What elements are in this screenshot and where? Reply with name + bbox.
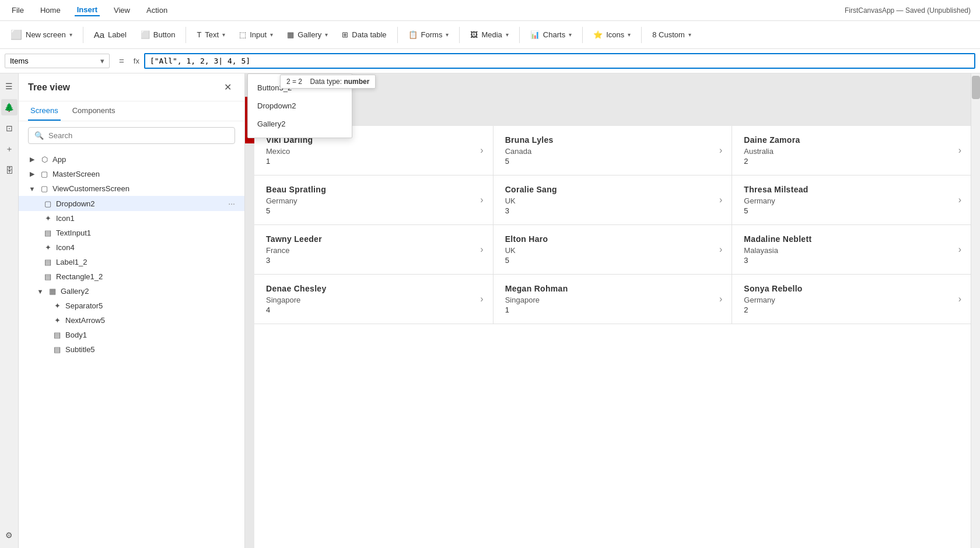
scrollbar[interactable]: [971, 73, 980, 548]
tree-item-label: Dropdown2: [56, 199, 225, 208]
sidebar-layers-icon[interactable]: ⊡: [1, 120, 18, 136]
toolbar-sep-2: [186, 27, 186, 43]
sidebar-menu-icon[interactable]: ☰: [1, 78, 18, 94]
formula-fx-label: fx: [134, 57, 139, 65]
input-button[interactable]: ⬚ Input ▾: [233, 27, 279, 43]
chevron-down-icon: ▼: [28, 185, 36, 192]
gallery-cell[interactable]: Megan Rohman Singapore 1 ›: [494, 275, 733, 324]
gallery-country: Malayasia: [744, 246, 959, 255]
tree-item-textinput1[interactable]: ▤ TextInput1: [19, 226, 244, 240]
formula-dropdown-label: Items: [10, 57, 29, 65]
gallery-cell[interactable]: Elton Haro UK 5 ›: [494, 225, 733, 274]
icons-button[interactable]: ⭐ Icons ▾: [587, 27, 636, 43]
gallery-cell[interactable]: Sonya Rebello Germany 2 ›: [732, 275, 971, 324]
menu-insert[interactable]: Insert: [75, 4, 100, 16]
chevron-right-icon: ›: [719, 244, 722, 255]
gallery-country: Australia: [744, 147, 959, 156]
gallery-country: Canada: [505, 147, 720, 156]
formula-dropdown[interactable]: Items ▾: [5, 54, 110, 68]
tree-item-label1-2[interactable]: ▤ Label1_2: [19, 255, 244, 269]
tree-item-viewcustomers[interactable]: ▼ ▢ ViewCustomersScreen: [19, 181, 244, 196]
gallery-button[interactable]: ▦ Gallery ▾: [281, 27, 334, 43]
body-icon: ▤: [52, 331, 62, 339]
gallery-name: Daine Zamora: [744, 135, 959, 145]
text-caret: ▾: [222, 31, 225, 38]
gallery-name: Beau Spratling: [266, 185, 481, 194]
media-button[interactable]: 🖼 Media ▾: [464, 27, 514, 43]
formula-input[interactable]: [144, 53, 975, 69]
menu-home[interactable]: Home: [38, 5, 63, 16]
tree-item-body1[interactable]: ▤ Body1: [19, 328, 244, 342]
gallery-country: UK: [505, 246, 720, 255]
tree-search-box[interactable]: 🔍: [28, 127, 235, 144]
tree-close-button[interactable]: ✕: [220, 80, 235, 94]
dropdown-icon: ▢: [43, 199, 52, 208]
sidebar-settings-icon[interactable]: ⚙: [1, 527, 18, 543]
search-input[interactable]: [48, 131, 229, 140]
text-button[interactable]: T Text ▾: [191, 27, 231, 43]
tree-item-nextarrow5[interactable]: ✦ NextArrow5: [19, 313, 244, 328]
tree-item-dropdown2[interactable]: ▢ Dropdown2 ···: [19, 196, 244, 211]
toolbar-sep-4: [459, 27, 460, 43]
sidebar-tree-icon[interactable]: 🌲: [1, 99, 18, 115]
tree-item-label: ViewCustomersScreen: [52, 184, 235, 193]
gallery-country: Germany: [266, 196, 481, 205]
gallery-container: Viki Darling Mexico 1 › Bruna Lyles Cana…: [254, 126, 971, 548]
gallery-cell[interactable]: Tawny Leeder France 3 ›: [254, 225, 494, 274]
toolbar-sep-1: [83, 27, 83, 43]
toolbar: ⬜ New screen ▾ Aa Label ⬜ Button T Text …: [0, 21, 980, 49]
gallery-country: Singapore: [505, 296, 720, 304]
tree-item-icon4[interactable]: ✦ Icon4: [19, 240, 244, 255]
gallery-cell[interactable]: Coralie Sang UK 3 ›: [494, 175, 733, 224]
chevron-right-icon: ›: [480, 145, 483, 156]
tree-item-icon1[interactable]: ✦ Icon1: [19, 211, 244, 226]
gallery-caret: ▾: [325, 31, 328, 38]
charts-button[interactable]: 📊 Charts ▾: [524, 27, 578, 43]
gallery-cell[interactable]: Denae Chesley Singapore 4 ›: [254, 275, 494, 324]
gallery-name: Megan Rohman: [505, 284, 720, 293]
new-screen-button[interactable]: ⬜ New screen ▾: [5, 26, 78, 44]
input-label: Input: [250, 30, 267, 39]
gallery-cell[interactable]: Madaline Neblett Malayasia 3 ›: [732, 225, 971, 274]
tree-item-subtitle5[interactable]: ▤ Subtitle5: [19, 342, 244, 357]
gallery-cell[interactable]: Thresa Milstead Germany 5 ›: [732, 175, 971, 224]
tree-item-gallery2[interactable]: ▼ ▦ Gallery2: [19, 284, 244, 298]
label-button[interactable]: Aa Label: [88, 26, 132, 43]
dropdown-item-dropdown2[interactable]: Dropdown2: [248, 97, 352, 115]
icon-icon: ✦: [43, 214, 52, 223]
gallery-label: Gallery: [298, 30, 321, 39]
gallery-cell[interactable]: Beau Spratling Germany 5 ›: [254, 175, 494, 224]
menu-action[interactable]: Action: [144, 5, 170, 16]
canvas-area: Button3_2 Dropdown2 Gallery2 1 Viki Darl…: [245, 73, 980, 548]
tree-item-masterscreen[interactable]: ▶ ▢ MasterScreen: [19, 167, 244, 181]
menu-bar: File Home Insert View Action FirstCanvas…: [0, 0, 980, 21]
button-button[interactable]: ⬜ Button: [135, 27, 181, 43]
menu-view[interactable]: View: [111, 5, 132, 16]
media-caret: ▾: [506, 31, 509, 38]
formula-tooltip-type-label: Data type:: [310, 78, 342, 86]
main-layout: ☰ 🌲 ⊡ ＋ 🗄 ⚙ Tree view ✕ Screens Componen…: [0, 73, 980, 548]
formula-tooltip-type-value: number: [344, 78, 369, 86]
search-icon: 🔍: [34, 131, 44, 140]
custom-button[interactable]: 8 Custom ▾: [646, 27, 697, 43]
tree-item-label: Label1_2: [56, 258, 235, 266]
scroll-thumb[interactable]: [972, 76, 980, 99]
media-label: Media: [481, 30, 502, 39]
toolbar-sep-7: [641, 27, 642, 43]
data-table-button[interactable]: ⊞ Data table: [336, 27, 392, 43]
gallery-name: Thresa Milstead: [744, 185, 959, 194]
tree-item-app[interactable]: ▶ ⬡ App: [19, 152, 244, 167]
tree-tabs: Screens Components: [19, 101, 244, 121]
sidebar-data-icon[interactable]: 🗄: [1, 162, 18, 178]
tree-tab-screens[interactable]: Screens: [28, 101, 61, 121]
tree-item-rectangle1-2[interactable]: ▤ Rectangle1_2: [19, 269, 244, 284]
tree-item-separator5[interactable]: ✦ Separator5: [19, 298, 244, 313]
forms-button[interactable]: 📋 Forms ▾: [402, 27, 455, 43]
gallery-cell[interactable]: Bruna Lyles Canada 5 ›: [494, 126, 733, 175]
tree-tab-components[interactable]: Components: [70, 101, 118, 121]
ellipsis-icon[interactable]: ···: [228, 199, 235, 208]
dropdown-item-gallery2[interactable]: Gallery2: [248, 115, 352, 133]
sidebar-plus-icon[interactable]: ＋: [1, 141, 18, 157]
gallery-cell[interactable]: Daine Zamora Australia 2 ›: [732, 126, 971, 175]
menu-file[interactable]: File: [9, 5, 26, 16]
